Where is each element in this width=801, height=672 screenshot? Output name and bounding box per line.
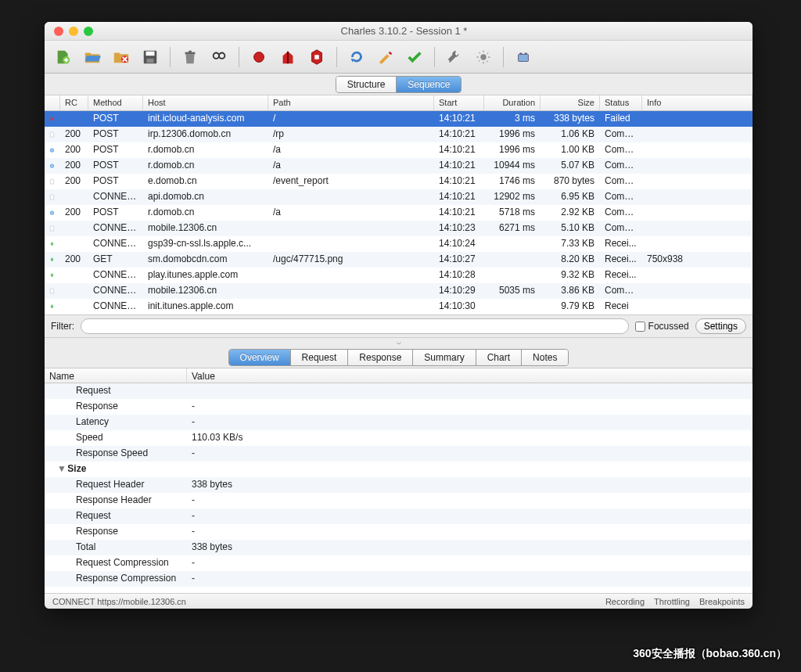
window-controls xyxy=(45,27,93,36)
row-icon xyxy=(45,252,60,268)
clear-button[interactable] xyxy=(178,45,203,69)
table-row[interactable]: 200POSTirp.12306.domob.cn/rp14:10:211996… xyxy=(45,127,753,142)
detail-row[interactable]: ▼ Size xyxy=(45,462,753,477)
tab-request[interactable]: Request xyxy=(290,350,348,365)
col-size[interactable]: Size xyxy=(541,95,600,110)
table-row[interactable]: CONNECTinit.itunes.apple.com14:10:309.79… xyxy=(45,299,753,314)
tab-summary[interactable]: Summary xyxy=(412,350,475,365)
row-icon xyxy=(45,189,60,205)
repeat-button[interactable] xyxy=(344,45,369,69)
tools-menu-button[interactable] xyxy=(511,45,536,69)
tab-chart[interactable]: Chart xyxy=(476,350,521,365)
request-table: RC Method Host Path Start Duration Size … xyxy=(45,95,753,314)
detail-row[interactable]: Response Compression- xyxy=(45,571,753,587)
status-bar: CONNECT https://mobile.12306.cn Recordin… xyxy=(45,593,753,609)
row-icon xyxy=(45,205,60,221)
svg-point-9 xyxy=(254,52,264,62)
col-status[interactable]: Status xyxy=(600,95,642,110)
detail-row[interactable]: Speed110.03 KB/s xyxy=(45,430,753,446)
status-left: CONNECT https://mobile.12306.cn xyxy=(52,597,186,606)
edit-button[interactable] xyxy=(373,45,398,69)
zoom-icon[interactable] xyxy=(84,27,93,36)
table-row[interactable]: CONNECTplay.itunes.apple.com14:10:289.32… xyxy=(45,268,753,283)
view-tabs: Structure Sequence xyxy=(45,74,753,95)
detail-row[interactable]: Response Speed- xyxy=(45,446,753,462)
detail-row[interactable]: Response- xyxy=(45,524,753,540)
col-host[interactable]: Host xyxy=(143,95,268,110)
filter-bar: Filter: Focussed Settings xyxy=(45,314,753,338)
table-row[interactable]: CONNECTmobile.12306.cn14:10:236271 ms5.1… xyxy=(45,221,753,236)
find-button[interactable] xyxy=(207,45,232,69)
status-breakpoints[interactable]: Breakpoints xyxy=(699,597,745,606)
row-icon xyxy=(45,174,60,189)
watermark: 360安全播报（bobao.360.cn） xyxy=(633,647,787,661)
table-row[interactable]: 200GETsm.domobcdn.com/ugc/477715.png14:1… xyxy=(45,252,753,268)
svg-rect-6 xyxy=(189,50,192,52)
detail-row[interactable]: Request Header338 bytes xyxy=(45,477,753,493)
col-start[interactable]: Start xyxy=(434,95,484,110)
table-row[interactable]: POSTinit.icloud-analysis.com/14:10:213 m… xyxy=(45,111,753,127)
throttle-button[interactable] xyxy=(275,45,300,69)
tab-overview[interactable]: Overview xyxy=(229,350,290,365)
detail-row[interactable]: Request xyxy=(45,383,753,399)
detail-row[interactable]: Latency- xyxy=(45,415,753,430)
tab-structure[interactable]: Structure xyxy=(336,77,397,92)
status-recording[interactable]: Recording xyxy=(605,597,645,606)
table-row[interactable]: CONNECTapi.domob.cn14:10:2112902 ms6.95 … xyxy=(45,189,753,205)
detail-tabs: Overview Request Response Summary Chart … xyxy=(45,347,753,368)
tab-response[interactable]: Response xyxy=(347,350,412,365)
table-row[interactable]: 200POSTr.domob.cn/a14:10:211996 ms1.00 K… xyxy=(45,142,753,158)
settings-button[interactable] xyxy=(471,45,496,69)
tools-button[interactable] xyxy=(442,45,467,69)
detail-row[interactable]: Request Compression- xyxy=(45,555,753,571)
minimize-icon[interactable] xyxy=(69,27,78,36)
table-row[interactable]: CONNECTgsp39-cn-ssl.ls.apple.c...14:10:2… xyxy=(45,236,753,252)
table-row[interactable]: CONNECTmobile.12306.cn14:10:295035 ms3.8… xyxy=(45,283,753,299)
filter-settings-button[interactable]: Settings xyxy=(695,318,746,334)
row-icon xyxy=(45,142,60,158)
validate-button[interactable] xyxy=(402,45,427,69)
detail-row[interactable]: Request- xyxy=(45,508,753,524)
tab-notes[interactable]: Notes xyxy=(521,350,568,365)
svg-rect-4 xyxy=(146,58,153,63)
close-session-button[interactable] xyxy=(109,45,134,69)
breakpoints-button[interactable] xyxy=(304,45,329,69)
svg-rect-10 xyxy=(287,51,289,63)
col-duration[interactable]: Duration xyxy=(484,95,541,110)
col-rc[interactable]: RC xyxy=(60,95,88,110)
status-throttling[interactable]: Throttling xyxy=(654,597,690,606)
titlebar: Charles 3.10.2 - Session 1 * xyxy=(45,22,753,41)
svg-point-7 xyxy=(214,52,219,58)
request-table-body[interactable]: POSTinit.icloud-analysis.com/14:10:213 m… xyxy=(45,111,753,314)
window-title: Charles 3.10.2 - Session 1 * xyxy=(93,25,715,37)
svg-rect-12 xyxy=(314,55,319,59)
row-icon xyxy=(45,283,60,299)
detail-body[interactable]: RequestResponse-Latency-Speed110.03 KB/s… xyxy=(45,383,753,593)
svg-rect-14 xyxy=(519,54,529,61)
col-path[interactable]: Path xyxy=(268,95,434,110)
svg-rect-3 xyxy=(146,51,155,56)
filter-input[interactable] xyxy=(81,318,629,334)
col-info[interactable]: Info xyxy=(642,95,753,110)
close-icon[interactable] xyxy=(54,27,63,36)
filter-label: Filter: xyxy=(51,321,74,332)
detail-col-value[interactable]: Value xyxy=(187,368,753,383)
table-row[interactable]: 200POSTe.domob.cn/event_report14:10:2117… xyxy=(45,174,753,189)
splitter[interactable]: ⏑ xyxy=(45,338,753,347)
detail-panel: Name Value RequestResponse-Latency-Speed… xyxy=(45,368,753,593)
tab-sequence[interactable]: Sequence xyxy=(396,77,461,92)
detail-row[interactable]: Response Header- xyxy=(45,493,753,508)
table-row[interactable]: 200POSTr.domob.cn/a14:10:215718 ms2.92 K… xyxy=(45,205,753,221)
table-row[interactable]: 200POSTr.domob.cn/a14:10:2110944 ms5.07 … xyxy=(45,158,753,174)
open-session-button[interactable] xyxy=(80,45,105,69)
row-icon xyxy=(45,127,60,142)
detail-row[interactable]: Response- xyxy=(45,399,753,415)
record-button[interactable] xyxy=(246,45,271,69)
focussed-checkbox[interactable]: Focussed xyxy=(635,321,689,332)
new-session-button[interactable] xyxy=(51,45,76,69)
save-button[interactable] xyxy=(138,45,163,69)
detail-col-name[interactable]: Name xyxy=(45,368,187,383)
svg-point-8 xyxy=(219,52,224,58)
col-method[interactable]: Method xyxy=(88,95,143,110)
detail-row[interactable]: Total338 bytes xyxy=(45,540,753,555)
